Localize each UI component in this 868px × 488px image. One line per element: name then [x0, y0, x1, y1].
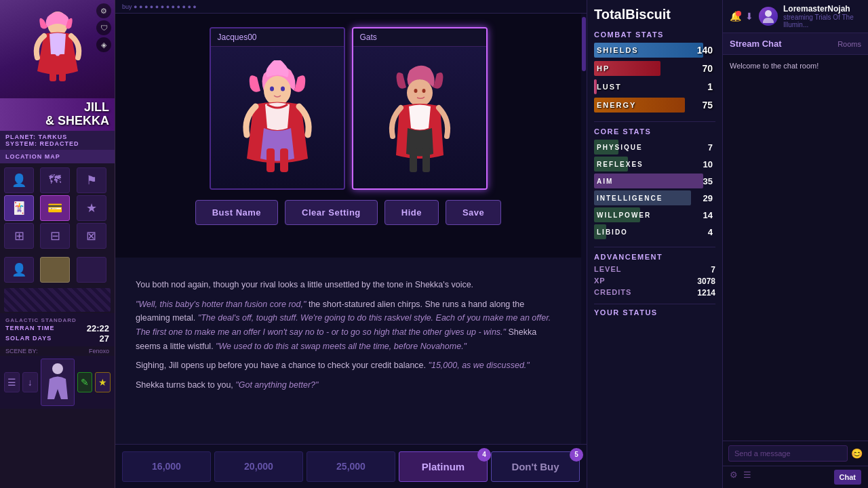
sidebar-icon-tan[interactable]	[40, 257, 70, 283]
intelligence-label: INTELLIGENCE	[594, 195, 663, 202]
top-bar: buy ● ● ● ● ● ● ● ● ● ● ● ●	[115, 0, 587, 14]
svg-point-11	[422, 89, 425, 93]
divider-2	[594, 247, 715, 247]
willpower-label: WILLPOWER	[594, 211, 651, 219]
save-button[interactable]: Save	[446, 200, 501, 225]
solar-days-value: 27	[100, 333, 109, 344]
sidebar-icon-card[interactable]: 🃏	[4, 195, 34, 221]
willpower-row: WILLPOWER 14	[594, 207, 715, 222]
xp-value: 3078	[697, 277, 715, 286]
aim-value: 35	[703, 176, 713, 186]
xp-label: XP	[594, 277, 606, 286]
svg-rect-1	[50, 54, 56, 81]
emoji-icon[interactable]: 😊	[851, 448, 863, 459]
top-bar-text: buy ● ● ● ● ● ● ● ● ● ● ● ●	[122, 3, 197, 10]
sidebar-icon-grid1[interactable]: ⊞	[4, 223, 34, 249]
streamer-header: 🔔 ⬇ LoremasterNojah streaming Trials Of …	[723, 0, 868, 33]
libido-value: 4	[708, 227, 713, 237]
sidebar-icons-grid: 👤 🗺 ⚑ 🃏 💳 ★ ⊞ ⊟ ⊠	[0, 163, 115, 253]
sidebar-icons-grid2: 👤	[0, 253, 115, 287]
sidebar-icon-map[interactable]: 🗺	[40, 167, 70, 193]
credits-row: CREDITS 1214	[594, 288, 715, 298]
price-25k[interactable]: 25,000	[307, 451, 395, 482]
svg-point-10	[414, 89, 417, 93]
clear-setting-button[interactable]: Clear Setting	[285, 200, 378, 225]
chat-input[interactable]	[728, 445, 848, 462]
striped-divider	[4, 288, 111, 312]
narrative-panel: Jacques00	[115, 14, 581, 444]
settings-icon[interactable]: ⚙	[730, 470, 738, 485]
solar-days-label: SOLAR DAYS	[5, 335, 52, 342]
libido-label: LIBIDO	[594, 228, 628, 236]
opponent-char-art	[353, 47, 486, 188]
physique-value: 7	[708, 142, 713, 152]
sidebar-icon-credit[interactable]: 💳	[40, 195, 70, 221]
sidebar-icon-person2[interactable]: 👤	[4, 257, 34, 283]
toolbar-menu-btn[interactable]: ☰	[4, 372, 20, 392]
svg-rect-8	[280, 148, 288, 172]
chat-send-button[interactable]: Chat	[834, 470, 861, 485]
toolbar-edit-btn[interactable]: ✎	[77, 372, 93, 392]
player-char-card[interactable]: Jacques00	[210, 27, 345, 190]
portrait-icon-1[interactable]: ⚙	[96, 3, 111, 18]
char-cards: Jacques00	[210, 27, 488, 190]
dont-buy-button[interactable]: Don't Buy 5	[491, 451, 580, 482]
intelligence-row: INTELLIGENCE 29	[594, 190, 715, 205]
narrative-below: You both nod again, though your rival lo…	[125, 271, 571, 404]
terran-time-label: TERRAN TIME	[5, 325, 55, 331]
scrollbar[interactable]	[581, 14, 587, 444]
aim-label: AIM	[594, 178, 613, 185]
notification-icon[interactable]: 🔔	[730, 11, 741, 22]
intelligence-value: 29	[703, 193, 713, 203]
char-selector-overlay: Jacques00	[115, 14, 581, 258]
download-icon[interactable]: ⬇	[745, 11, 753, 22]
hp-row: HP 70	[594, 61, 715, 76]
narrative-para1: You both nod again, though your rival lo…	[136, 278, 561, 292]
sidebar-icon-blank	[77, 257, 106, 283]
action-buttons: Bust Name Clear Setting Hide Save	[195, 200, 502, 225]
scene-by-label: SCENE BY:	[5, 348, 38, 354]
core-stats-title: CORE STATS	[594, 127, 715, 136]
streamer-name: LoremasterNojah	[783, 4, 861, 14]
toolbar-down-btn[interactable]: ↓	[22, 372, 38, 392]
level-row: LEVEL 7	[594, 265, 715, 274]
platinum-button[interactable]: Platinum 4	[399, 451, 488, 482]
purchase-bar: 16,000 20,000 25,000 Platinum 4 Don't Bu…	[115, 444, 587, 488]
portrait-icon-3[interactable]: ◈	[96, 37, 111, 52]
sidebar-icon-flag[interactable]: ⚑	[77, 167, 106, 193]
svg-rect-12	[410, 148, 417, 172]
sidebar-icon-grid3[interactable]: ⊠	[77, 223, 106, 249]
scene-row: SCENE BY: Fenoxo	[0, 346, 115, 356]
sidebar-icon-grid2[interactable]: ⊟	[40, 223, 70, 249]
toolbar-star-btn[interactable]: ★	[95, 372, 111, 392]
list-icon[interactable]: ☰	[743, 470, 751, 485]
hp-label: HP	[594, 64, 610, 73]
sidebar-icon-person[interactable]: 👤	[4, 167, 34, 193]
bust-name-button[interactable]: Bust Name	[195, 200, 278, 225]
rooms-button[interactable]: Rooms	[837, 40, 861, 48]
price-16k[interactable]: 16,000	[122, 451, 211, 482]
chat-messages: Welcome to the chat room!	[723, 55, 868, 441]
level-value: 7	[711, 265, 715, 274]
level-label: LEVEL	[594, 265, 621, 274]
avatar-area	[41, 359, 75, 406]
platinum-badge: 4	[477, 448, 491, 462]
price-20k[interactable]: 20,000	[214, 451, 303, 482]
hide-button[interactable]: Hide	[384, 200, 439, 225]
chat-input-area: 😊	[723, 441, 868, 466]
character-portrait: ⚙ 🛡 ◈	[0, 0, 115, 98]
scroll-thumb[interactable]	[582, 17, 586, 71]
energy-row: ENERGY 75	[594, 98, 715, 113]
portrait-icon-2[interactable]: 🛡	[96, 20, 111, 35]
chat-footer-icons: ⚙ ☰ Chat	[723, 466, 868, 488]
sidebar-icon-star[interactable]: ★	[77, 195, 106, 221]
energy-label: ENERGY	[594, 101, 636, 109]
svg-rect-7	[267, 148, 275, 172]
streamer-sub: streaming Trials Of The Illumin...	[783, 14, 861, 28]
opponent-char-card[interactable]: Gats	[352, 27, 488, 190]
player-char-name: Jacques00	[211, 28, 344, 47]
location-map-button[interactable]: LOCATION MAP	[0, 150, 115, 163]
narrative-para4: Sighing, Jill opens up before you have a…	[136, 359, 561, 373]
time-section: GALACTIC STANDARD TERRAN TIME 22:22 SOLA…	[0, 313, 115, 346]
physique-label: PHYSIQUE	[594, 144, 643, 151]
